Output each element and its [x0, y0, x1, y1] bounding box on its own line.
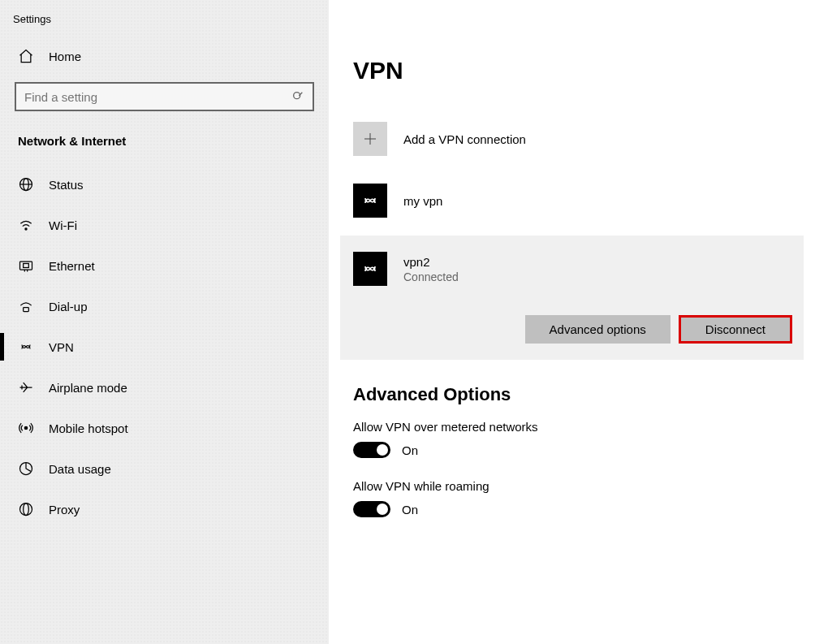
sidebar-item-label: Mobile hotspot	[49, 421, 128, 435]
advanced-options-heading: Advanced Options	[353, 384, 804, 405]
sidebar-item-ethernet[interactable]: Ethernet	[0, 245, 329, 286]
vpn-icon	[18, 339, 34, 355]
sidebar-item-label: Data usage	[49, 462, 111, 476]
dialup-icon	[18, 298, 34, 314]
sidebar-item-datausage[interactable]: Data usage	[0, 448, 329, 489]
svg-point-11	[24, 426, 27, 429]
vpn-connection-icon	[353, 252, 387, 286]
vpn-connection-status: Connected	[403, 270, 459, 283]
svg-point-13	[20, 504, 32, 516]
sidebar-item-wifi[interactable]: Wi-Fi	[0, 205, 329, 245]
home-label: Home	[49, 50, 81, 63]
sidebar-item-status[interactable]: Status	[0, 164, 329, 205]
sidebar-item-vpn[interactable]: VPN	[0, 326, 329, 367]
vpn-connection-name: vpn2	[403, 255, 459, 269]
svg-rect-7	[24, 264, 29, 268]
main-content: VPN Add a VPN connection my vpn vpn2 Con…	[329, 0, 815, 644]
svg-point-5	[25, 228, 27, 230]
svg-point-14	[24, 504, 29, 516]
globe-icon	[18, 176, 34, 192]
hotspot-icon	[18, 420, 34, 436]
proxy-icon	[18, 501, 34, 517]
sidebar-item-airplane[interactable]: Airplane mode	[0, 367, 329, 408]
home-icon	[18, 48, 34, 64]
plus-icon	[353, 122, 387, 156]
home-nav[interactable]: Home	[0, 40, 329, 72]
sidebar-item-proxy[interactable]: Proxy	[0, 489, 329, 529]
datausage-icon	[18, 460, 34, 477]
advanced-options-button[interactable]: Advanced options	[525, 315, 671, 344]
page-title: VPN	[353, 57, 804, 84]
wifi-icon	[18, 217, 34, 233]
svg-rect-6	[20, 261, 32, 270]
ethernet-icon	[18, 257, 34, 274]
sidebar-item-dialup[interactable]: Dial-up	[0, 286, 329, 326]
sidebar-item-label: Status	[49, 178, 84, 192]
sidebar-item-label: Ethernet	[49, 259, 95, 273]
sidebar-item-label: Airplane mode	[49, 381, 127, 395]
metered-networks-toggle[interactable]	[353, 442, 390, 458]
option-label: Allow VPN over metered networks	[353, 420, 804, 434]
toggle-state: On	[402, 443, 418, 457]
sidebar-item-label: Proxy	[49, 503, 80, 516]
sidebar-item-hotspot[interactable]: Mobile hotspot	[0, 408, 329, 448]
selected-vpn-panel: vpn2 Connected Advanced options Disconne…	[340, 236, 804, 360]
airplane-icon	[18, 379, 34, 395]
sidebar-item-label: VPN	[49, 340, 74, 354]
search-icon	[291, 90, 304, 103]
category-heading: Network & Internet	[0, 126, 329, 156]
vpn-connection-tile[interactable]: vpn2 Connected	[345, 242, 792, 296]
sidebar-item-label: Wi-Fi	[49, 218, 77, 232]
vpn-connection-name: my vpn	[403, 194, 442, 208]
search-input[interactable]	[15, 82, 314, 111]
sidebar-item-label: Dial-up	[49, 300, 88, 313]
sidebar: Settings Home Network & Internet Status …	[0, 0, 329, 644]
option-label: Allow VPN while roaming	[353, 479, 804, 493]
add-vpn-label: Add a VPN connection	[403, 132, 526, 146]
add-vpn-tile[interactable]: Add a VPN connection	[353, 112, 804, 166]
svg-rect-10	[24, 308, 29, 312]
roaming-toggle[interactable]	[353, 501, 390, 517]
vpn-connection-icon	[353, 184, 387, 218]
search-field[interactable]	[24, 90, 291, 104]
disconnect-button[interactable]: Disconnect	[679, 315, 792, 344]
vpn-connection-tile[interactable]: my vpn	[353, 174, 804, 227]
toggle-state: On	[402, 503, 418, 516]
window-title: Settings	[0, 8, 329, 40]
